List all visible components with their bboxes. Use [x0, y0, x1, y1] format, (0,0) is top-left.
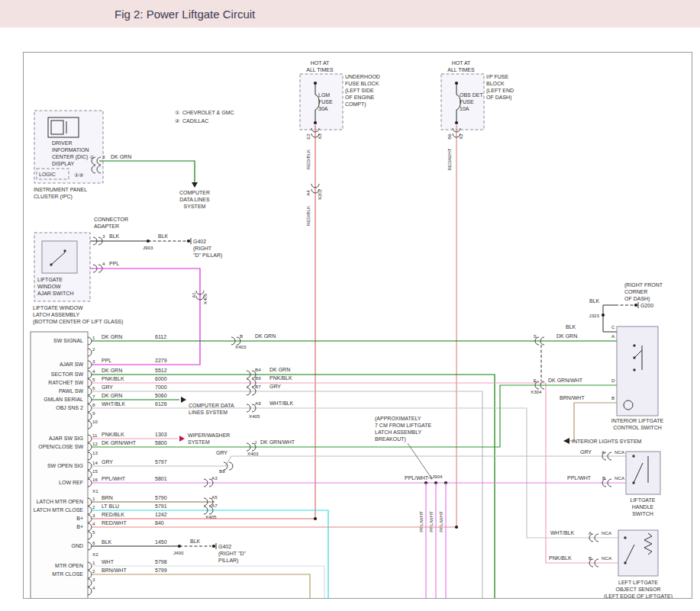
pin-number: 10: [92, 419, 98, 424]
pin-function: GND: [71, 543, 83, 548]
note-line: BREAKOUT): [375, 436, 406, 442]
data-lines-arrow-icon: [192, 182, 198, 188]
ground-g200-dot: [634, 304, 637, 307]
underhood-fuse-block: HOT AT ALL TIMES LGM FUSE 30A UNDERHOOD …: [300, 60, 380, 519]
wire-label-blk: BLK: [566, 324, 576, 330]
conn-pin-a7: A7: [211, 503, 218, 508]
pin-number: 6: [92, 540, 95, 545]
wire-color: WHT/BLK: [550, 530, 574, 535]
fuse-bottom-dot: [314, 121, 317, 124]
circuit-number: 1450: [155, 539, 167, 545]
conn-pin-b4: B4: [255, 367, 261, 372]
ground-g402-loc: "D" PILLAR): [193, 252, 222, 259]
pin-number: 2: [92, 346, 95, 352]
pin-number: 12: [92, 441, 98, 446]
wire-rows: DK GRN 6112 B X403 DK GRN PPL 2279 DK GR…: [92, 333, 626, 598]
circuit-number: 5799: [155, 568, 167, 573]
wire-label-ppl-wht: PPL/WHT: [418, 511, 424, 532]
pin-3: 3: [102, 233, 105, 239]
note-line: 7 CM FROM LIFTGATE: [375, 423, 431, 428]
junction-dot: [455, 526, 458, 529]
diagram-panel: ① CHEVROLET & GMC ② CADILLAC HOT AT ALL …: [23, 52, 692, 599]
pin-function: OPEN/CLOSE SW: [38, 444, 83, 449]
legend-item-chevrolet: CHEVROLET & GMC: [182, 110, 234, 115]
pin-number: 4: [92, 368, 95, 374]
circuit-number: 5797: [155, 459, 167, 465]
make-legend: ① CHEVROLET & GMC ② CADILLAC: [175, 110, 234, 124]
wiper-washer-system: SYSTEM: [188, 439, 210, 445]
circuit-number: 840: [155, 520, 164, 526]
nca-label: NCA: [602, 555, 612, 561]
ground-g402-loc: (RIGHT "D": [218, 551, 246, 557]
pin-number: 3: [92, 359, 95, 364]
pin-function: AJAR SW SIG: [49, 436, 83, 441]
latch-assembly-label: (BOTTOM CENTER OF LIFT GLASS): [33, 319, 123, 325]
pin-function: MTR OPEN: [55, 563, 83, 568]
fuse2-loc: OF DASH): [486, 95, 511, 101]
fuse-bottom-dot: [455, 121, 458, 124]
pin-number: 4: [92, 585, 95, 590]
wire-color: BLK: [102, 539, 112, 545]
ground-g200: G200: [640, 303, 653, 308]
circuit-number: 6000: [155, 376, 167, 381]
wire-color: GRY: [102, 384, 113, 390]
handle-switch-label: LIFTGATE: [631, 497, 656, 503]
dic-label: INFORMATION: [52, 147, 89, 153]
latch-assembly-label: LATCH ASSEMBLY: [33, 312, 80, 317]
wiring-diagram-canvas: ① CHEVROLET & GMC ② CADILLAC HOT AT ALL …: [24, 53, 692, 598]
data-lines-system: DATA LINES: [179, 197, 210, 202]
wiper-washer-arrow-icon: [179, 436, 185, 442]
page-title: Fig 2: Power Liftgate Circuit: [115, 8, 255, 21]
conn-e2: E2: [305, 133, 311, 140]
wire-dk-grn-wht-5800: [92, 385, 617, 447]
splice-j903: J903: [143, 245, 153, 250]
pin-function: LOW REF: [59, 480, 83, 485]
wire-color: RED/BLK: [102, 512, 124, 517]
circled-numbers: ①②: [74, 172, 84, 178]
fuse-top-dot: [314, 82, 317, 85]
dic-label: CENTER (DIC): [52, 154, 88, 160]
ground-g402: G402: [193, 239, 206, 244]
pin-number: 8: [92, 402, 95, 407]
pin-function: OBJ SNS 2: [56, 405, 83, 410]
wire-color: PNK/BLK: [102, 432, 124, 437]
pin-number: 3: [92, 577, 95, 582]
circuit-number: 5801: [155, 476, 167, 481]
conn-pin-a5: A5: [211, 494, 218, 500]
conn-x202: X202: [317, 188, 322, 200]
dic-module: DRIVER INFORMATION CENTER (DIC) DISPLAY …: [34, 111, 210, 209]
g200-loc: OF DASH): [624, 296, 650, 302]
circuit-number: 6112: [155, 334, 166, 339]
fuse1-rating: 30A: [318, 106, 328, 111]
wire-color: DK GRN: [269, 367, 290, 372]
control-switch-label: CONTROL SWITCH: [613, 425, 662, 430]
conn-x403: X403: [247, 451, 259, 456]
pin-a: A: [611, 333, 615, 339]
splice-j323-dot: [602, 314, 605, 317]
wire-brn-wht-lights: [569, 403, 617, 441]
circuit-number: 7000: [155, 384, 167, 390]
fuse2-loc: (LEFT END: [486, 88, 514, 94]
wire-color: DK GRN: [102, 393, 122, 398]
data-lines-system: LINES SYSTEM: [189, 410, 227, 415]
data-lines-system: SYSTEM: [184, 204, 206, 209]
circuit-number: 5800: [155, 440, 167, 445]
wire-label-red-wht: RED/WHT: [447, 148, 452, 170]
pin-d: D: [611, 378, 615, 383]
pin-number: 1: [92, 496, 95, 501]
note-line: LATCH ASSEMBLY: [375, 429, 422, 435]
fuse2-word: FUSE: [460, 99, 474, 105]
pin-number: 2: [92, 504, 95, 510]
wire-color: PPL/WHT: [405, 475, 429, 481]
ipc-label: CLUSTER (IPC): [34, 194, 73, 200]
conn-a4: A4: [305, 190, 311, 196]
dic-label: DRIVER: [52, 140, 72, 146]
fuse2-rating: 10A: [460, 106, 469, 111]
ip-fuse-block: HOT AT ALL TIMES OBS DET FUSE 10A I/P FU…: [441, 60, 514, 527]
hot-at-label: HOT AT: [452, 60, 471, 66]
connector-adapter: CONNECTOR ADAPTER 3 BLK J903 BLK G402 (R…: [90, 217, 222, 272]
wire-color: PNK/BLK: [549, 555, 572, 561]
fuse2-name: OBS DET: [460, 92, 483, 98]
pin-function: MTR CLOSE: [52, 571, 83, 577]
wire-color: PPL/WHT: [102, 476, 126, 481]
